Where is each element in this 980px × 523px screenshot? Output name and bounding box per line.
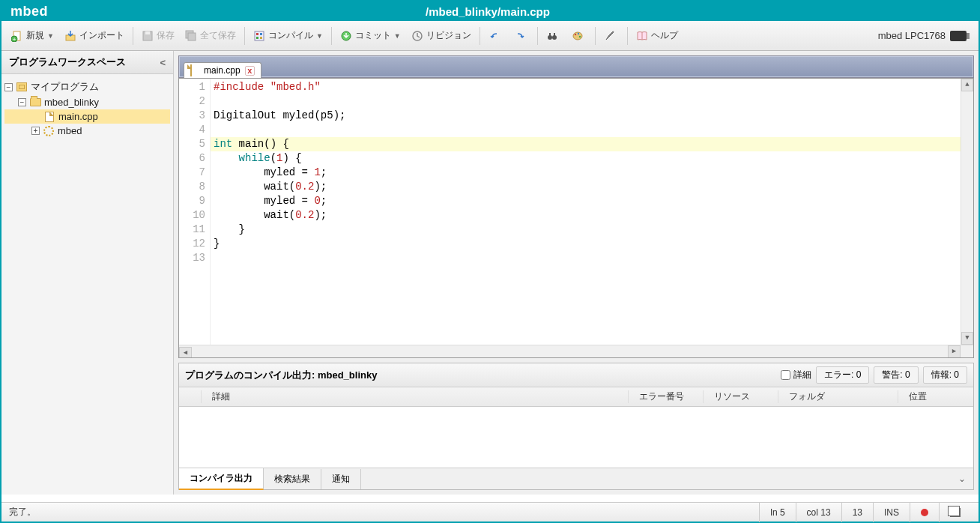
help-button[interactable]: ヘルプ	[632, 27, 683, 44]
code-line[interactable]: #include "mbed.h"	[214, 80, 958, 94]
toolbar-separator	[244, 27, 245, 45]
tab-compiler-output[interactable]: コンパイラ出力	[179, 468, 264, 490]
svg-rect-5	[145, 31, 150, 34]
tree-toggle-icon[interactable]: −	[18, 98, 26, 106]
find-button[interactable]	[542, 28, 566, 44]
redo-button[interactable]	[509, 28, 533, 44]
code-line[interactable]: DigitalOut myled(p5);	[214, 109, 958, 123]
commit-icon	[340, 30, 352, 42]
editor-tabstrip: main.cpp x	[178, 55, 974, 78]
new-label: 新規	[26, 29, 44, 42]
target-label: mbed LPC1768	[878, 30, 946, 41]
svg-rect-10	[260, 33, 262, 35]
compile-button[interactable]: コンパイル ▼	[249, 27, 327, 44]
code-line[interactable]	[214, 123, 958, 137]
code-line[interactable]: myled = 0;	[214, 194, 958, 208]
infos-badge[interactable]: 情報: 0	[923, 366, 967, 384]
dropdown-caret-icon: ▼	[394, 32, 401, 40]
code-editor[interactable]: 12345678910111213 #include "mbed.h" Digi…	[178, 78, 974, 358]
sidebar-title: プログラムワークスペース	[9, 55, 126, 69]
window-title: /mbed_blinky/main.cpp	[57, 5, 979, 18]
content-area: main.cpp x 12345678910111213 #include "m…	[174, 51, 979, 495]
import-button[interactable]: インポート	[60, 27, 129, 44]
status-windows-icon[interactable]	[939, 503, 971, 522]
gear-icon	[43, 126, 55, 136]
code-line[interactable]: }	[214, 237, 958, 251]
scroll-right-icon[interactable]: ▶	[948, 345, 961, 358]
output-expand-icon[interactable]: ⌄	[951, 474, 973, 484]
code-line[interactable]: wait(0.2);	[214, 208, 958, 223]
revision-button[interactable]: リビジョン	[407, 27, 476, 44]
tab-search-results[interactable]: 検索結果	[264, 469, 321, 489]
col-detail[interactable]: 詳細	[202, 390, 629, 403]
scroll-left-icon[interactable]: ◀	[179, 347, 192, 358]
toolbar-separator	[537, 27, 538, 45]
sidebar-collapse-icon[interactable]: <	[160, 57, 166, 68]
status-record-icon[interactable]	[910, 503, 939, 522]
new-button[interactable]: + 新規 ▼	[7, 27, 58, 44]
tree-project-label: mbed_blinky	[44, 97, 99, 108]
code-line[interactable]: while(1) {	[214, 151, 958, 166]
app-logo: mbed	[1, 4, 57, 19]
errors-badge[interactable]: エラー: 0	[816, 366, 869, 384]
save-button[interactable]: 保存	[137, 27, 179, 44]
warnings-badge[interactable]: 警告: 0	[874, 366, 918, 384]
output-panel: プログラムのコンパイル出力: mbed_blinky 詳細 エラー: 0 警告:…	[178, 363, 974, 490]
undo-button[interactable]	[484, 28, 508, 44]
settings-button[interactable]	[599, 28, 623, 44]
col-folder[interactable]: フォルダ	[778, 390, 898, 403]
horizontal-scrollbar[interactable]: ◀ ▶	[179, 345, 973, 357]
svg-point-22	[579, 35, 581, 37]
save-all-icon	[185, 30, 197, 42]
svg-rect-12	[260, 37, 262, 39]
status-col: col 13	[796, 503, 841, 522]
col-errno[interactable]: エラー番号	[629, 390, 704, 403]
code-line[interactable]	[214, 94, 958, 109]
tree-project[interactable]: − mbed_blinky	[4, 95, 170, 109]
file-icon	[190, 65, 201, 76]
tree-toggle-icon[interactable]: +	[31, 127, 40, 135]
scroll-down-icon[interactable]: ▼	[961, 332, 973, 345]
scroll-up-icon[interactable]: ▲	[961, 79, 973, 91]
code-line[interactable]: wait(0.2);	[214, 180, 958, 194]
binoculars-icon	[546, 30, 558, 42]
title-bar: mbed /mbed_blinky/main.cpp	[1, 1, 979, 21]
detail-checkbox[interactable]: 詳細	[781, 369, 811, 381]
compile-label: コンパイル	[268, 29, 313, 42]
target-selector[interactable]: mbed LPC1768	[871, 30, 974, 41]
commit-button[interactable]: コミット ▼	[336, 27, 405, 44]
svg-rect-8	[255, 31, 264, 40]
vertical-scrollbar[interactable]: ▲ ▼	[961, 79, 973, 345]
tree-file-label: main.cpp	[58, 111, 98, 122]
tool-icon	[604, 30, 616, 42]
tab-close-icon[interactable]: x	[245, 66, 255, 76]
col-resource[interactable]: リソース	[704, 390, 778, 403]
tab-notifications[interactable]: 通知	[321, 469, 361, 489]
toolbar-separator	[595, 27, 596, 45]
tree-root[interactable]: − マイプログラム	[4, 79, 170, 95]
save-all-label: 全て保存	[200, 29, 236, 42]
col-location[interactable]: 位置	[898, 390, 973, 403]
tree-file[interactable]: main.cpp	[4, 109, 170, 124]
palette-icon	[572, 30, 584, 42]
save-label: 保存	[157, 29, 175, 42]
code-line[interactable]	[214, 251, 958, 265]
toolbar: + 新規 ▼ インポート 保存 全て保存 コンパイル ▼ コミット ▼	[1, 21, 979, 51]
tree-toggle-icon[interactable]: −	[4, 83, 13, 91]
svg-rect-17	[549, 33, 551, 36]
file-icon	[43, 112, 55, 122]
code-line[interactable]: }	[214, 223, 958, 237]
output-title: プログラムのコンパイル出力: mbed_blinky	[185, 369, 377, 382]
code-line[interactable]: myled = 1;	[214, 166, 958, 180]
code-line[interactable]: int main() {	[211, 137, 961, 151]
sidebar: プログラムワークスペース < − マイプログラム − mbed_blinky	[1, 51, 174, 495]
tree-lib[interactable]: + mbed	[4, 124, 170, 138]
code-body[interactable]: #include "mbed.h" DigitalOut myled(p5); …	[211, 79, 961, 345]
undo-icon	[489, 30, 500, 42]
status-bar: 完了。 ln 5 col 13 13 INS	[1, 502, 979, 522]
editor-tab[interactable]: main.cpp x	[184, 62, 261, 78]
detail-checkbox-input[interactable]	[781, 370, 790, 380]
output-tabs: コンパイラ出力 検索結果 通知 ⌄	[179, 468, 973, 489]
print-button[interactable]	[567, 28, 591, 44]
save-all-button[interactable]: 全て保存	[181, 27, 241, 44]
